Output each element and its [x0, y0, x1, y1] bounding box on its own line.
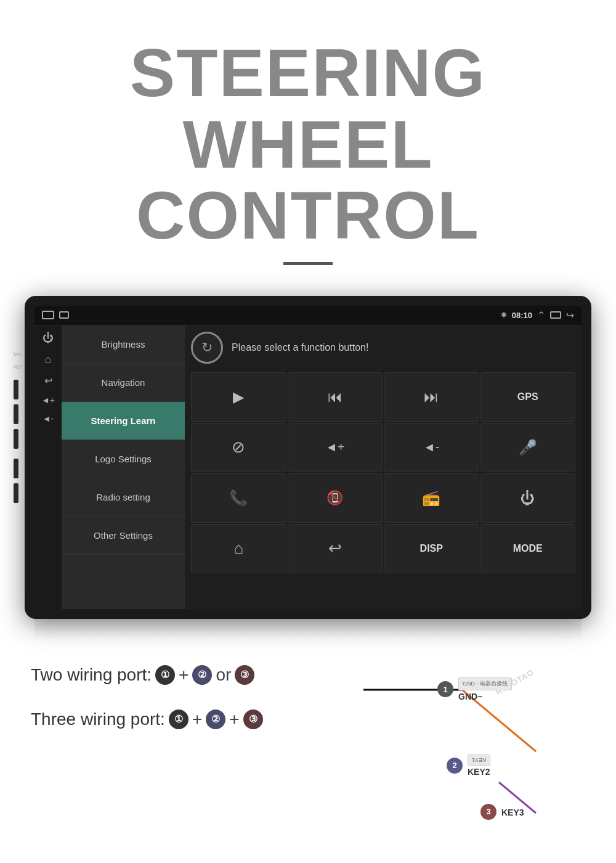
connector-3: 3 KEY3 — [480, 804, 524, 820]
function-prompt: Please select a function button! — [232, 342, 368, 353]
rst-label: RST — [14, 364, 23, 370]
main-content: ⏻ ⌂ ↩ ◄+ ◄- Brightness Navigation Steeri… — [34, 325, 582, 609]
home-icon[interactable]: ⌂ — [45, 353, 52, 366]
home-fn-icon: ⌂ — [233, 539, 243, 558]
fn-phone[interactable]: 📞 — [191, 473, 286, 523]
mute-icon: ⊘ — [232, 438, 245, 457]
title-section: STEERING WHEEL CONTROL — [0, 0, 616, 296]
gnd-label: GND− — [458, 692, 512, 701]
device-reflection — [34, 619, 582, 640]
menu-item-navigation[interactable]: Navigation — [62, 364, 185, 402]
function-grid: ▶ ⏮ ⏭ GPS ⊘ ◄+ ◄- 🎤 📞 📵 📻 ⏻ — [191, 372, 575, 573]
window-icon — [42, 311, 54, 319]
key3-label: KEY3 — [501, 808, 524, 817]
status-time: 08:10 — [512, 311, 532, 320]
connector-1-block: GND - 电器负极线 GND− — [458, 677, 512, 701]
end-call-icon: 📵 — [326, 490, 343, 506]
refresh-icon: ↻ — [201, 340, 213, 356]
battery-icon — [550, 311, 561, 319]
vol-down-fn-icon: ◄- — [423, 440, 439, 454]
three-port-label: Three wiring port: — [31, 710, 165, 729]
fn-power[interactable]: ⏻ — [480, 473, 576, 523]
key2-label: KEY2 — [468, 767, 490, 777]
wiring-text: Two wiring port: ① + ② or ③ Three wiring… — [31, 665, 351, 838]
wiring-diagram: RTAOTAO 1 GND - 电器负极线 GND− 2 KEY1 KEY2 — [351, 665, 585, 838]
fn-mute[interactable]: ⊘ — [191, 423, 286, 472]
fn-gps[interactable]: GPS — [480, 372, 576, 422]
home-side-btn[interactable] — [14, 404, 18, 424]
title-line1: STEERING WHEEL — [130, 35, 486, 182]
disp-label: DISP — [420, 543, 443, 554]
function-header: ↻ Please select a function button! — [191, 332, 575, 364]
bluetooth-icon: ✱ — [501, 311, 507, 319]
status-icons-left — [42, 311, 69, 319]
back-icon[interactable]: ↩ — [44, 375, 52, 387]
screen: ✱ 08:10 ⌃ ↩ ⏻ ⌂ ↩ ◄+ ◄- Brightness — [34, 306, 582, 609]
connector-num-1b: ① — [169, 710, 188, 729]
back-arrow-icon: ↩ — [566, 309, 574, 321]
fn-disp[interactable]: DISP — [384, 524, 479, 573]
two-port-label: Two wiring port: — [31, 665, 152, 685]
side-icons: ⏻ ⌂ ↩ ◄+ ◄- — [34, 325, 62, 609]
vol-down-side-btn[interactable] — [14, 483, 18, 503]
next-icon: ⏭ — [424, 388, 439, 406]
phone-icon: 📞 — [229, 489, 248, 507]
plus-sign-2: + — [192, 710, 202, 729]
fn-home[interactable]: ⌂ — [191, 524, 286, 573]
main-title: STEERING WHEEL CONTROL — [25, 37, 591, 251]
back-side-btn[interactable] — [14, 429, 18, 449]
connector-1-label-block: GND - 电器负极线 — [458, 677, 512, 690]
connector-2-block: KEY1 KEY2 — [468, 755, 490, 777]
fn-end-call[interactable]: 📵 — [288, 473, 383, 523]
connector-num-1a: ① — [155, 665, 175, 685]
three-port-line: Three wiring port: ① + ② + ③ — [31, 710, 351, 729]
plus-sign-3: + — [229, 710, 239, 729]
connector-3-block: KEY3 — [501, 806, 524, 817]
menu-item-brightness[interactable]: Brightness — [62, 325, 185, 364]
fn-mic[interactable]: 🎤 — [480, 423, 576, 472]
title-line2: CONTROL — [136, 177, 480, 253]
wiring-section: Two wiring port: ① + ② or ③ Three wiring… — [0, 640, 616, 856]
power-side-btn[interactable] — [14, 380, 18, 399]
connector-2-dot: 2 — [447, 758, 463, 774]
minimize-icon — [59, 311, 69, 319]
connector-num-3b: ③ — [243, 710, 263, 729]
two-port-line: Two wiring port: ① + ② or ③ — [31, 665, 351, 685]
vol-up-fn-icon: ◄+ — [325, 440, 344, 454]
mic-label: MIC — [14, 351, 23, 357]
fn-vol-down[interactable]: ◄- — [384, 423, 479, 472]
status-bar: ✱ 08:10 ⌃ ↩ — [34, 306, 582, 325]
fn-radio[interactable]: 📻 — [384, 473, 479, 523]
menu-item-logo-settings[interactable]: Logo Settings — [62, 440, 185, 478]
mode-label: MODE — [513, 543, 543, 554]
menu-item-steering-learn[interactable]: Steering Learn — [62, 402, 185, 440]
radio-icon: 📻 — [422, 489, 440, 507]
fn-next[interactable]: ⏭ — [384, 372, 479, 422]
vol-up-icon[interactable]: ◄+ — [41, 395, 55, 405]
gps-label: GPS — [517, 391, 538, 403]
power-icon[interactable]: ⏻ — [43, 332, 54, 345]
vol-down-icon[interactable]: ◄- — [43, 414, 54, 423]
function-panel: ↻ Please select a function button! ▶ ⏮ ⏭… — [185, 325, 582, 609]
fn-back[interactable]: ↩ — [288, 524, 383, 573]
plus-sign-1: + — [179, 665, 188, 685]
fn-vol-up[interactable]: ◄+ — [288, 423, 383, 472]
connector-num-2a: ② — [192, 665, 212, 685]
connector-1: 1 GND - 电器负极线 GND− — [437, 677, 512, 701]
connector-2: 2 KEY1 KEY2 — [447, 755, 490, 777]
fn-play[interactable]: ▶ — [191, 372, 286, 422]
device: ✱ 08:10 ⌃ ↩ ⏻ ⌂ ↩ ◄+ ◄- Brightness — [25, 296, 591, 619]
connector-1-dot: 1 — [437, 681, 453, 697]
fn-prev[interactable]: ⏮ — [288, 372, 383, 422]
back-fn-icon: ↩ — [328, 539, 342, 558]
connector-2-label-block: KEY1 — [468, 755, 490, 766]
fn-mode[interactable]: MODE — [480, 524, 576, 573]
or-label: or — [216, 665, 231, 685]
menu-item-radio-setting[interactable]: Radio setting — [62, 478, 185, 517]
mic-fn-icon: 🎤 — [519, 439, 537, 456]
title-divider — [283, 262, 333, 265]
vol-up-side-btn[interactable] — [14, 459, 18, 478]
power-fn-icon: ⏻ — [521, 489, 535, 507]
refresh-button[interactable]: ↻ — [191, 332, 223, 364]
menu-item-other-settings[interactable]: Other Settings — [62, 517, 185, 555]
